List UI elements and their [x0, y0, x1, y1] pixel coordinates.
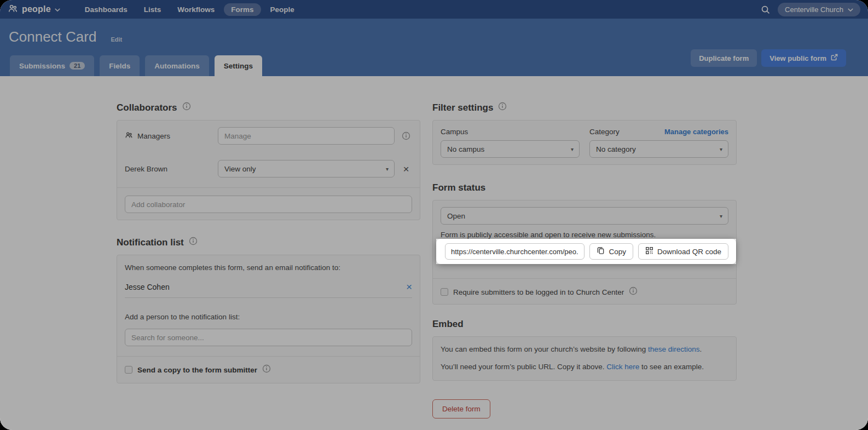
chevron-down-icon: ▾: [386, 166, 389, 172]
tab-label: Automations: [154, 62, 200, 70]
people-app-switcher[interactable]: people: [8, 3, 60, 16]
submissions-count-badge: 21: [70, 62, 85, 70]
tab-automations[interactable]: Automations: [145, 55, 209, 76]
embed-line-2-text: You’ll need your form’s public URL. Copy…: [441, 363, 606, 371]
copy-url-button[interactable]: Copy: [589, 243, 633, 260]
manage-categories-link[interactable]: Manage categories: [664, 128, 728, 136]
embed-line-1-suffix: .: [700, 345, 702, 353]
tab-fields[interactable]: Fields: [100, 55, 140, 76]
page-title: Connect Card: [9, 28, 96, 45]
form-status-heading: Form status: [432, 182, 485, 193]
notification-panel: When someone completes this form, send a…: [117, 255, 420, 383]
remove-collaborator-icon[interactable]: ×: [400, 164, 412, 174]
tab-label: Settings: [224, 62, 253, 70]
embed-panel: You can embed this form on your church’s…: [432, 336, 737, 380]
add-person-label: Add a person to the notification list:: [125, 312, 412, 322]
divider: [433, 278, 736, 279]
topbar-right: Centerville Church: [761, 3, 860, 16]
public-url-input[interactable]: [445, 243, 585, 260]
embed-line-2-suffix: to see an example.: [639, 363, 704, 371]
require-login-checkbox[interactable]: [441, 288, 448, 296]
info-icon[interactable]: [498, 102, 507, 113]
organization-menu[interactable]: Centerville Church: [778, 3, 860, 16]
view-public-form-label: View public form: [769, 54, 826, 62]
nav-item-people[interactable]: People: [263, 3, 302, 16]
category-value: No category: [596, 145, 636, 153]
people-logo-icon: [8, 3, 18, 16]
top-nav-bar: people Dashboards Lists Workflows Forms …: [0, 0, 868, 19]
app-window: people Dashboards Lists Workflows Forms …: [0, 0, 868, 430]
send-copy-checkbox[interactable]: [125, 366, 132, 374]
remove-recipient-icon[interactable]: ×: [406, 282, 412, 292]
chevron-down-icon: [848, 5, 853, 14]
embed-line-1-text: You can embed this form on your church’s…: [441, 345, 648, 353]
managers-icon: [125, 131, 133, 141]
app-name: people: [22, 4, 51, 14]
public-url-highlight-card: Copy Download QR code: [436, 239, 736, 264]
nav-item-workflows[interactable]: Workflows: [170, 3, 222, 16]
collaborator-role-select[interactable]: View only ▾: [218, 160, 395, 177]
info-icon[interactable]: [182, 102, 191, 113]
notification-list-heading: Notification list: [117, 237, 184, 248]
qr-code-icon: [645, 246, 653, 256]
click-here-link[interactable]: Click here: [606, 363, 639, 371]
page-header: Connect Card Edit Submissions 21 Fields …: [0, 19, 868, 76]
collaborators-panel: Managers Derek Brown View only ▾ ×: [117, 120, 420, 220]
download-qr-button[interactable]: Download QR code: [638, 243, 728, 260]
campus-value: No campus: [447, 145, 484, 153]
chevron-down-icon: ▾: [720, 213, 722, 219]
category-label: Category: [589, 128, 620, 136]
search-icon[interactable]: [761, 5, 770, 14]
info-icon[interactable]: [262, 364, 271, 375]
tab-label: Fields: [109, 62, 130, 70]
form-status-value: Open: [447, 212, 465, 220]
delete-form-button[interactable]: Delete form: [432, 399, 490, 418]
recipient-name: Jesse Cohen: [125, 283, 170, 291]
add-collaborator-input[interactable]: [125, 196, 412, 213]
view-public-form-button[interactable]: View public form: [761, 49, 846, 67]
embed-line-2: You’ll need your form’s public URL. Copy…: [441, 362, 728, 372]
collaborator-role-value: View only: [224, 165, 256, 173]
divider: [117, 356, 420, 357]
chevron-down-icon: [55, 4, 60, 14]
filter-settings-panel: Campus No campus ▾ Category Manage categ…: [432, 120, 737, 165]
embed-line-1: You can embed this form on your church’s…: [441, 345, 728, 354]
chevron-down-icon: ▾: [571, 146, 574, 152]
campus-select[interactable]: No campus ▾: [441, 140, 580, 158]
filter-settings-heading: Filter settings: [432, 102, 493, 113]
copy-button-label: Copy: [609, 248, 626, 256]
info-icon[interactable]: [400, 131, 412, 140]
notification-intro: When someone completes this form, send a…: [125, 263, 412, 273]
require-login-label: Require submitters to be logged in to Ch…: [453, 288, 624, 296]
divider: [117, 187, 420, 188]
nav-item-forms[interactable]: Forms: [224, 3, 261, 16]
form-status-select[interactable]: Open ▾: [441, 207, 728, 225]
info-icon[interactable]: [189, 237, 198, 248]
campus-label: Campus: [441, 128, 468, 136]
managers-label: Managers: [137, 132, 170, 140]
category-select[interactable]: No category ▾: [589, 140, 728, 158]
chevron-down-icon: ▾: [720, 146, 722, 152]
these-directions-link[interactable]: these directions: [648, 345, 700, 353]
embed-heading: Embed: [432, 319, 464, 330]
form-tabs: Submissions 21 Fields Automations Settin…: [10, 55, 262, 76]
organization-name: Centerville Church: [785, 5, 843, 14]
send-copy-label: Send a copy to the form submitter: [137, 366, 257, 374]
collaborator-name: Derek Brown: [125, 165, 212, 173]
collaborators-heading: Collaborators: [117, 102, 177, 113]
primary-nav: Dashboards Lists Workflows Forms People: [78, 3, 302, 16]
edit-title-link[interactable]: Edit: [111, 36, 122, 43]
tab-label: Submissions: [19, 62, 65, 70]
nav-item-dashboards[interactable]: Dashboards: [78, 3, 135, 16]
download-qr-label: Download QR code: [657, 248, 721, 256]
notification-search-input[interactable]: [125, 329, 412, 346]
duplicate-form-button[interactable]: Duplicate form: [691, 49, 757, 67]
copy-icon: [597, 246, 605, 256]
info-icon[interactable]: [629, 286, 638, 297]
managers-input[interactable]: [218, 127, 395, 145]
tab-settings[interactable]: Settings: [215, 55, 262, 76]
external-link-icon: [831, 54, 838, 62]
settings-content: Collaborators Managers Derek Brown View …: [0, 76, 868, 430]
nav-item-lists[interactable]: Lists: [137, 3, 169, 16]
tab-submissions[interactable]: Submissions 21: [10, 55, 94, 76]
